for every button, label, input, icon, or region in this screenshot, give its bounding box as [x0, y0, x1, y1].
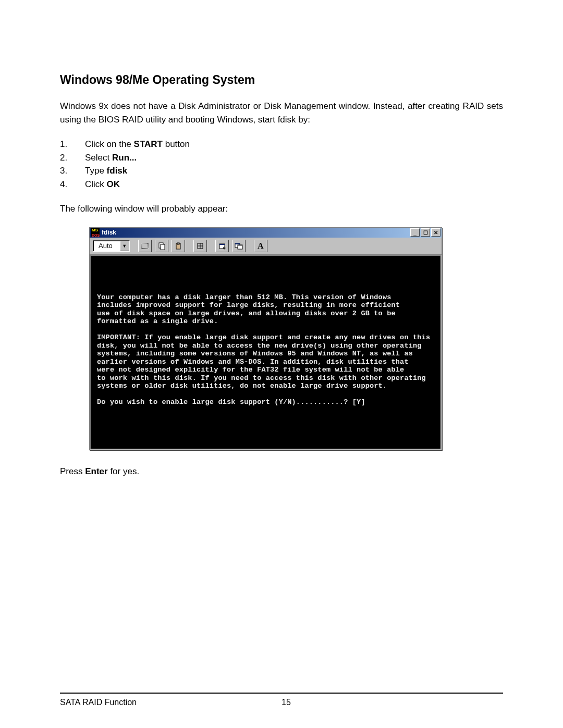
- mark-icon[interactable]: [138, 240, 152, 252]
- font-size-combo[interactable]: Auto ▼: [93, 240, 130, 252]
- minimize-button[interactable]: _: [410, 228, 420, 237]
- fdisk-window: fdisk _ ☐ ✕ Auto ▼: [89, 227, 442, 450]
- page-footer: SATA RAID Function 15: [60, 693, 503, 707]
- window-toolbar: Auto ▼ A: [90, 238, 442, 255]
- paste-icon[interactable]: [172, 240, 185, 252]
- footer-section-name: SATA RAID Function: [60, 698, 282, 707]
- step-item: 2.Select Run...: [60, 151, 503, 165]
- step-item: 4.Click OK: [60, 178, 503, 191]
- maximize-button[interactable]: ☐: [421, 228, 430, 237]
- svg-rect-9: [219, 244, 225, 245]
- properties-icon[interactable]: [215, 240, 229, 252]
- intro-paragraph: Windows 9x does not have a Disk Administ…: [60, 100, 503, 126]
- section-heading: Windows 98/Me Operating System: [60, 73, 503, 87]
- msdos-icon: [91, 228, 100, 237]
- background-icon[interactable]: [232, 240, 246, 252]
- font-icon[interactable]: A: [254, 240, 267, 252]
- steps-list: 1.Click on the START button 2.Select Run…: [60, 138, 503, 191]
- svg-rect-4: [177, 243, 179, 244]
- footer-page-number: 15: [282, 698, 503, 707]
- post-window-text: Press Enter for yes.: [60, 465, 503, 478]
- svg-rect-12: [235, 243, 240, 244]
- step-item: 3.Type fdisk: [60, 164, 503, 178]
- pre-window-text: The following window will probably appea…: [60, 202, 503, 216]
- window-title: fdisk: [102, 229, 410, 236]
- step-item: 1.Click on the START button: [60, 138, 503, 151]
- close-button[interactable]: ✕: [431, 228, 440, 237]
- terminal-output: Your computer has a disk larger than 512…: [90, 255, 442, 450]
- svg-rect-2: [161, 244, 165, 250]
- fullscreen-icon[interactable]: [193, 240, 207, 252]
- window-titlebar[interactable]: fdisk _ ☐ ✕: [90, 228, 442, 238]
- svg-rect-0: [142, 243, 148, 249]
- svg-rect-14: [238, 245, 242, 246]
- copy-icon[interactable]: [155, 240, 168, 252]
- chevron-down-icon[interactable]: ▼: [120, 241, 129, 251]
